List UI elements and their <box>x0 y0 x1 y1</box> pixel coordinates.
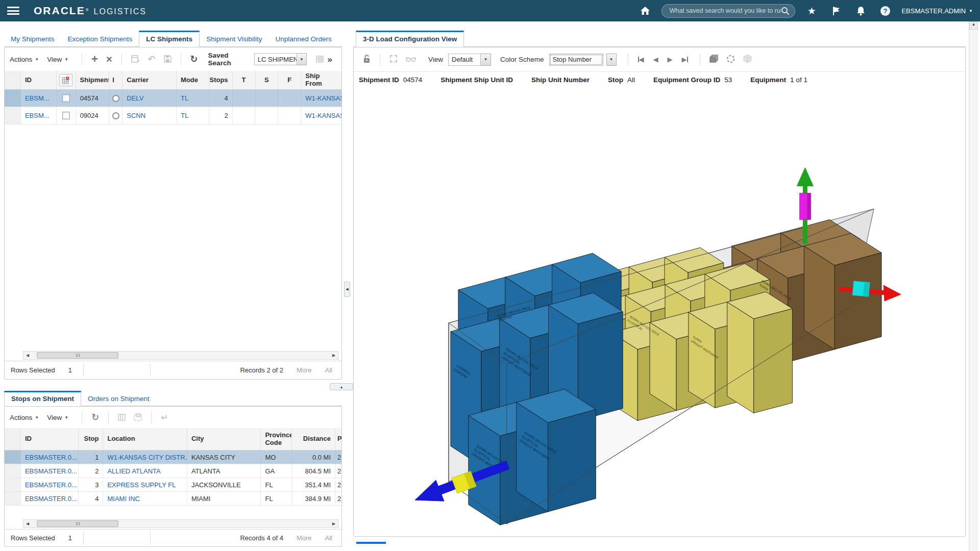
stop-row[interactable]: EBSMASTER.0... 2 ALLIED ATLANTA ATLANTA … <box>5 464 341 478</box>
shipment-id-link[interactable]: EBSM... <box>25 94 50 102</box>
view-dropdown-icon[interactable]: ▼ <box>481 54 491 66</box>
stop-row[interactable]: EBSMASTER.0... 1 W1-KANSAS CITY DISTR...… <box>5 450 341 464</box>
stop-id-link[interactable]: EBSMASTER.0... <box>25 495 77 503</box>
saved-search-input[interactable] <box>669 7 781 14</box>
save-icon[interactable] <box>164 55 172 64</box>
col-ship-from[interactable]: Ship From <box>301 71 341 89</box>
row-radio[interactable] <box>112 95 119 102</box>
first-page-icon[interactable]: ◀ <box>638 56 644 63</box>
detach-table-icon[interactable] <box>131 55 140 64</box>
inspect-glasses-icon[interactable] <box>406 55 416 64</box>
ship-from-link[interactable]: W1-KANSAS CIT <box>305 94 341 102</box>
delete-icon[interactable]: × <box>106 54 112 64</box>
splitter-collapse-icon[interactable]: ◀ <box>344 282 350 297</box>
notifications-bell-icon[interactable] <box>853 6 868 16</box>
col-partial[interactable]: P <box>335 428 341 450</box>
row-checkbox[interactable] <box>62 112 70 119</box>
row-checkbox[interactable] <box>62 94 70 102</box>
saved-search-dropdown-icon[interactable]: ▼ <box>297 53 306 65</box>
more-link[interactable]: More <box>297 366 312 374</box>
carrier-link[interactable]: DELV <box>127 94 143 102</box>
scroll-thumb[interactable] <box>37 520 118 527</box>
overflow-chevrons[interactable]: » <box>328 55 332 64</box>
ship-from-link[interactable]: W1-KANSAS CIT <box>305 112 341 119</box>
col-stop[interactable]: Stop <box>79 428 104 450</box>
rotate-selection-icon[interactable] <box>726 55 735 65</box>
panel-collapse-icon[interactable]: ▲ <box>330 383 353 390</box>
tab-exception-shipments[interactable]: Exception Shipments <box>61 31 139 46</box>
last-page-icon[interactable]: ▶ <box>682 56 688 63</box>
carrier-link[interactable]: SCNN <box>127 112 145 119</box>
col-city[interactable]: City <box>187 428 261 450</box>
scroll-thumb[interactable] <box>37 352 118 359</box>
shipments-hscrollbar[interactable]: ◀ ▶ <box>23 351 338 360</box>
col-t[interactable]: T <box>233 71 256 89</box>
stops-hscrollbar[interactable]: ◀ ▶ <box>23 519 338 528</box>
col-id[interactable]: ID <box>21 428 79 450</box>
mode-link[interactable]: TL <box>181 94 188 102</box>
stop-row[interactable]: EBSMASTER.0... 3 EXPRESS SUPPLY FL JACKS… <box>5 478 341 492</box>
stop-id-link[interactable]: EBSMASTER.0... <box>25 454 77 461</box>
scroll-left-icon[interactable]: ◀ <box>23 521 32 526</box>
shipment-row[interactable]: EBSM... 04574 DELV TL 4 W1-KANSAS CIT <box>5 90 341 107</box>
tab-lc-shipments[interactable]: LC Shipments <box>139 31 200 47</box>
col-map[interactable] <box>57 71 76 89</box>
location-link[interactable]: EXPRESS SUPPLY FL <box>107 481 176 489</box>
add-icon[interactable]: + <box>91 54 98 65</box>
tab-orders-on-shipment[interactable]: Orders on Shipment <box>81 392 156 406</box>
color-scheme-combobox[interactable]: Stop Number <box>549 54 603 66</box>
lock-icon[interactable] <box>363 55 371 65</box>
all-link[interactable]: All <box>325 534 332 542</box>
search-icon[interactable] <box>781 7 790 15</box>
location-link[interactable]: ALLIED ATLANTA <box>107 467 160 475</box>
actions-menu[interactable]: Actions▼ <box>10 56 39 63</box>
col-id[interactable]: ID <box>21 71 57 89</box>
stop-id-link[interactable]: EBSMASTER.0... <box>25 467 77 475</box>
col-carrier[interactable]: Carrier <box>122 71 177 89</box>
location-link[interactable]: MIAMI INC <box>107 495 140 503</box>
go-to-icon[interactable]: ↵ <box>161 413 168 422</box>
detach-icon[interactable] <box>134 413 142 422</box>
tab-stops-on-shipment[interactable]: Stops on Shipment <box>4 391 81 406</box>
stop-row[interactable]: EBSMASTER.0... 4 MIAMI INC MIAMI FL 384.… <box>5 492 341 506</box>
previous-page-icon[interactable]: ◀ <box>653 56 658 63</box>
layers-icon[interactable] <box>709 55 718 64</box>
view-menu[interactable]: View▼ <box>47 56 68 63</box>
scroll-right-icon[interactable]: ▶ <box>330 521 338 526</box>
scroll-up-icon[interactable]: ▲ <box>969 21 978 30</box>
tab-my-shipments[interactable]: My Shipments <box>4 31 61 46</box>
load-3d-canvas[interactable]: 92XMS-983-020_PIECEELLEPTICALUPRIGHT WID… <box>354 87 965 536</box>
user-menu[interactable]: EBSMASTER.ADMIN ▼ <box>901 7 973 15</box>
fit-to-window-icon[interactable] <box>389 55 398 64</box>
view-combobox[interactable]: Default <box>448 54 481 66</box>
refresh-icon[interactable]: ↻ <box>190 55 198 64</box>
col-shipment[interactable]: Shipment <box>76 71 110 89</box>
col-province-code[interactable]: Province Code <box>261 428 292 450</box>
map-pin-grid-icon[interactable] <box>59 74 72 86</box>
favorites-star-icon[interactable]: ★ <box>804 5 819 17</box>
all-link[interactable]: All <box>325 366 332 374</box>
col-mode[interactable]: Mode <box>177 71 209 89</box>
tab-3d-load-configuration[interactable]: 3-D Load Configuration View <box>356 31 464 47</box>
undo-icon[interactable]: ↶ <box>148 55 156 64</box>
flag-icon[interactable] <box>828 6 844 16</box>
scroll-left-icon[interactable]: ◀ <box>23 353 32 358</box>
stop-id-link[interactable]: EBSMASTER.0... <box>25 481 77 489</box>
cube-icon[interactable] <box>743 54 752 65</box>
next-page-icon[interactable]: ▶ <box>668 56 673 63</box>
col-i[interactable]: I <box>109 71 122 89</box>
home-icon[interactable] <box>638 6 653 15</box>
freeze-table-icon[interactable] <box>118 413 126 422</box>
col-location[interactable]: Location <box>103 428 187 450</box>
refresh-icon[interactable]: ↻ <box>91 413 99 422</box>
shipment-row[interactable]: EBSM... 09024 SCNN TL 2 W1-KANSAS CIT <box>5 107 341 124</box>
col-s[interactable]: S <box>256 71 279 89</box>
tab-shipment-visibility[interactable]: Shipment Visibility <box>200 31 268 46</box>
col-distance[interactable]: Distance <box>292 428 335 450</box>
mode-link[interactable]: TL <box>181 112 188 119</box>
saved-search-bar[interactable] <box>662 4 795 18</box>
view-menu[interactable]: View▼ <box>47 414 68 421</box>
more-link[interactable]: More <box>297 534 312 542</box>
tab-unplanned-orders[interactable]: Unplanned Orders <box>268 31 338 46</box>
hamburger-menu-icon[interactable] <box>7 7 19 15</box>
